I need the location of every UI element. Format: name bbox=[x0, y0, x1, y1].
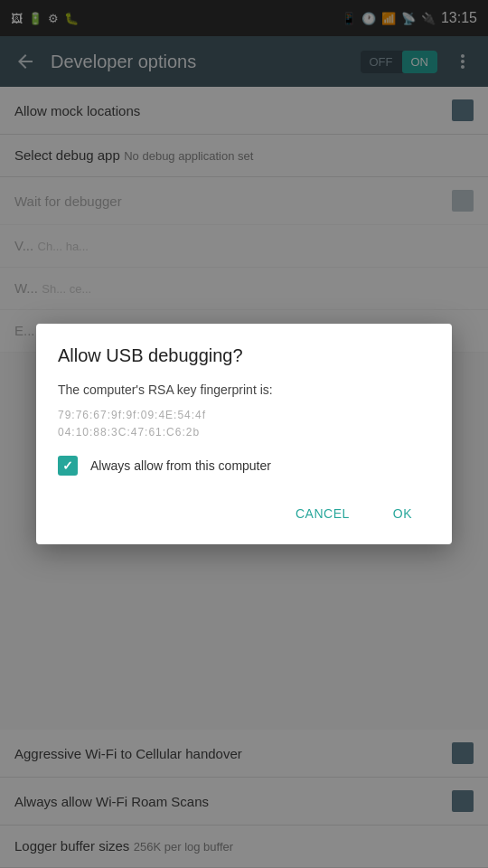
usb-debug-dialog: Allow USB debugging? The computer's RSA … bbox=[36, 324, 452, 544]
dialog-body: The computer's RSA key fingerprint is: bbox=[58, 381, 430, 400]
ok-button[interactable]: OK bbox=[375, 497, 430, 530]
always-allow-checkbox[interactable] bbox=[58, 456, 78, 476]
dialog-overlay: Allow USB debugging? The computer's RSA … bbox=[0, 0, 488, 868]
cancel-button[interactable]: CANCEL bbox=[277, 497, 368, 530]
fingerprint-hash: 79:76:67:9f:9f:09:4E:54:4f 04:10:88:3C:4… bbox=[58, 407, 430, 441]
dialog-title: Allow USB debugging? bbox=[58, 345, 430, 366]
always-allow-label: Always allow from this computer bbox=[90, 458, 271, 473]
always-allow-row[interactable]: Always allow from this computer bbox=[58, 456, 430, 476]
dialog-buttons: CANCEL OK bbox=[58, 497, 430, 530]
